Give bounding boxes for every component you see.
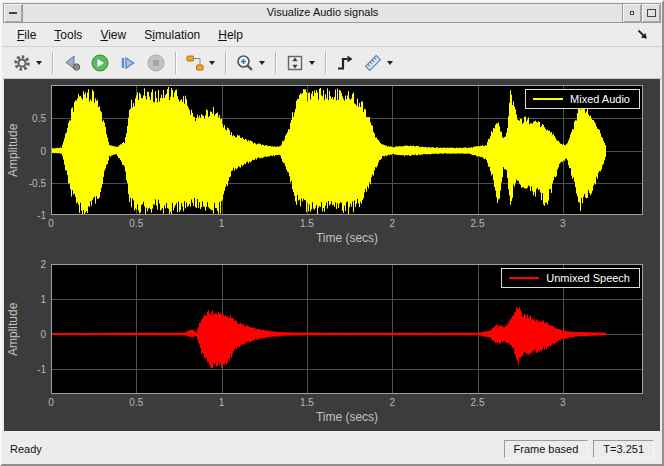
dropdown-caret-icon[interactable] [387, 61, 393, 65]
step-forward-icon [118, 53, 138, 73]
dropdown-caret-icon[interactable] [36, 61, 42, 65]
scale-y-axis-button[interactable] [282, 51, 319, 75]
legend-line-sample [509, 277, 539, 279]
legend-label: Unmixed Speech [546, 272, 630, 284]
y-tick-label: -1 [37, 363, 46, 374]
step-back-icon [62, 53, 82, 73]
square-icon [647, 9, 656, 17]
y-tick-label: 1 [40, 293, 46, 304]
scope-window: Visualize Audio signals FileToolsViewSim… [0, 0, 664, 466]
x-tick-label: 0.5 [129, 397, 143, 408]
y-axis-label: Amplitude [5, 85, 21, 215]
window-title: Visualize Audio signals [23, 4, 622, 22]
toolbar [2, 47, 662, 79]
magnifier-plus-icon [235, 53, 255, 73]
toolbar-separator [175, 52, 176, 74]
menu-help[interactable]: Help [209, 26, 252, 44]
cursor-measurements-button[interactable] [360, 51, 397, 75]
dropdown-caret-icon[interactable] [259, 61, 265, 65]
step-back-button[interactable] [59, 51, 85, 75]
x-tick-label: 3 [560, 218, 566, 229]
play-icon [90, 53, 110, 73]
x-tick-label: 1 [219, 218, 225, 229]
dock-arrow-icon[interactable] [636, 28, 650, 42]
toolbar-separator [225, 52, 226, 74]
dash-icon [9, 12, 17, 14]
dropdown-caret-icon[interactable] [309, 61, 315, 65]
menu-view[interactable]: View [91, 26, 135, 44]
x-tick-label: 2.5 [471, 397, 485, 408]
restore-button[interactable] [622, 4, 641, 22]
x-tick-label: 1.5 [300, 218, 314, 229]
dropdown-caret-icon[interactable] [209, 61, 215, 65]
toolbar-separator [52, 52, 53, 74]
legend-line-sample [533, 98, 563, 100]
x-tick-label: 1.5 [300, 397, 314, 408]
y-tick-label: 0.5 [32, 113, 46, 124]
frame-mode-indicator: Frame based [504, 440, 589, 458]
y-axis-label: Amplitude [5, 264, 21, 394]
x-tick-label: 0 [48, 218, 54, 229]
toolbar-separator [325, 52, 326, 74]
x-tick-label: 0.5 [129, 218, 143, 229]
y-tick-label: 2 [40, 259, 46, 270]
x-axis-label: Time (secs) [51, 410, 643, 424]
legend-unmixed-speech[interactable]: Unmixed Speech [501, 268, 640, 288]
settings-button[interactable] [9, 51, 46, 75]
status-message: Ready [10, 443, 42, 455]
menu-items: FileToolsViewSimulationHelp [8, 26, 252, 44]
menu-simulation[interactable]: Simulation [135, 26, 209, 44]
title-bar-left-controls [4, 4, 23, 22]
menu-bar: FileToolsViewSimulationHelp [2, 23, 662, 47]
y-tick-label: 0 [40, 145, 46, 156]
signal-blocks-icon [185, 53, 205, 73]
x-tick-label: 0 [48, 397, 54, 408]
scope-figure: Amplitude Time (secs) Mixed Audio 00.511… [4, 79, 660, 431]
title-bar[interactable]: Visualize Audio signals [3, 3, 661, 23]
x-tick-label: 3 [560, 397, 566, 408]
plot-unmixed-speech: Amplitude Time (secs) Unmixed Speech 00.… [51, 264, 643, 394]
simulation-time-indicator: T=3.251 [593, 440, 654, 458]
window-menu-button[interactable] [4, 4, 23, 22]
menu-tools[interactable]: Tools [45, 26, 91, 44]
legend-mixed-audio[interactable]: Mixed Audio [525, 89, 640, 109]
plot-mixed-audio: Amplitude Time (secs) Mixed Audio 00.511… [51, 85, 643, 215]
status-bar: Ready Frame based T=3.251 [2, 431, 662, 464]
toolbar-separator [275, 52, 276, 74]
step-forward-button[interactable] [115, 51, 141, 75]
y-tick-label: -0.5 [29, 177, 46, 188]
x-tick-label: 1 [219, 397, 225, 408]
stop-icon [146, 53, 166, 73]
x-tick-label: 2 [389, 218, 395, 229]
trigger-button[interactable] [332, 51, 358, 75]
y-tick-label: -1 [37, 210, 46, 221]
maximize-button[interactable] [641, 4, 660, 22]
x-tick-label: 2 [389, 397, 395, 408]
legend-label: Mixed Audio [570, 93, 630, 105]
run-button[interactable] [87, 51, 113, 75]
stop-button[interactable] [143, 51, 169, 75]
zoom-in-button[interactable] [232, 51, 269, 75]
trigger-icon [335, 53, 355, 73]
dot-icon [630, 11, 634, 15]
highlight-simulink-block-button[interactable] [182, 51, 219, 75]
title-bar-right-controls [622, 4, 660, 22]
gear-icon [12, 53, 32, 73]
ruler-icon [363, 53, 383, 73]
y-tick-label: 0 [40, 328, 46, 339]
autoscale-icon [285, 53, 305, 73]
x-tick-label: 2.5 [471, 218, 485, 229]
x-axis-label: Time (secs) [51, 231, 643, 245]
menu-file[interactable]: File [8, 26, 45, 44]
